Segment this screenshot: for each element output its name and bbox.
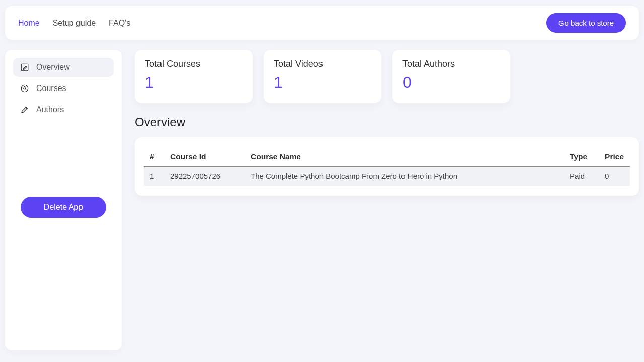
cell-course-name: The Complete Python Bootcamp From Zero t… xyxy=(245,167,564,186)
stat-total-authors: Total Authors 0 xyxy=(392,50,510,103)
nav-links: Home Setup guide FAQ's xyxy=(18,19,130,28)
main-content: Total Courses 1 Total Videos 1 Total Aut… xyxy=(135,50,639,350)
stat-value: 1 xyxy=(145,73,243,92)
stat-label: Total Courses xyxy=(145,59,243,69)
nav-setup-guide[interactable]: Setup guide xyxy=(53,19,96,28)
sidebar-item-overview[interactable]: Overview xyxy=(13,58,114,77)
stats-row: Total Courses 1 Total Videos 1 Total Aut… xyxy=(135,50,639,103)
th-course-name: Course Name xyxy=(245,147,564,167)
delete-app-button[interactable]: Delete App xyxy=(21,197,106,218)
th-course-id: Course Id xyxy=(164,147,245,167)
pencil-icon xyxy=(20,105,29,114)
stat-value: 0 xyxy=(403,73,500,92)
th-type: Type xyxy=(564,147,599,167)
stat-total-videos: Total Videos 1 xyxy=(264,50,381,103)
stat-value: 1 xyxy=(274,73,371,92)
nav-home[interactable]: Home xyxy=(18,19,40,28)
top-navbar: Home Setup guide FAQ's Go back to store xyxy=(5,6,639,40)
table-row[interactable]: 1 292257005726 The Complete Python Bootc… xyxy=(144,167,630,186)
courses-table-card: # Course Id Course Name Type Price 1 292… xyxy=(135,137,639,196)
sidebar-item-label: Authors xyxy=(36,105,64,114)
stat-label: Total Authors xyxy=(403,59,500,69)
edit-square-icon xyxy=(20,63,29,72)
sidebar-item-courses[interactable]: Courses xyxy=(13,79,114,98)
cell-type: Paid xyxy=(564,167,599,186)
go-back-to-store-button[interactable]: Go back to store xyxy=(546,13,626,33)
sidebar-item-label: Courses xyxy=(36,84,66,93)
th-price: Price xyxy=(599,147,630,167)
th-index: # xyxy=(144,147,164,167)
section-title: Overview xyxy=(135,115,639,129)
cell-course-id: 292257005726 xyxy=(164,167,245,186)
sidebar-item-label: Overview xyxy=(36,63,70,72)
courses-table: # Course Id Course Name Type Price 1 292… xyxy=(144,147,630,186)
compass-icon xyxy=(20,84,29,93)
cell-index: 1 xyxy=(144,167,164,186)
cell-price: 0 xyxy=(599,167,630,186)
stat-total-courses: Total Courses 1 xyxy=(135,50,253,103)
svg-point-1 xyxy=(21,85,28,92)
stat-label: Total Videos xyxy=(274,59,371,69)
sidebar-item-authors[interactable]: Authors xyxy=(13,100,114,119)
sidebar: Overview Courses Authors Delete App xyxy=(5,50,122,350)
nav-faqs[interactable]: FAQ's xyxy=(109,19,130,28)
